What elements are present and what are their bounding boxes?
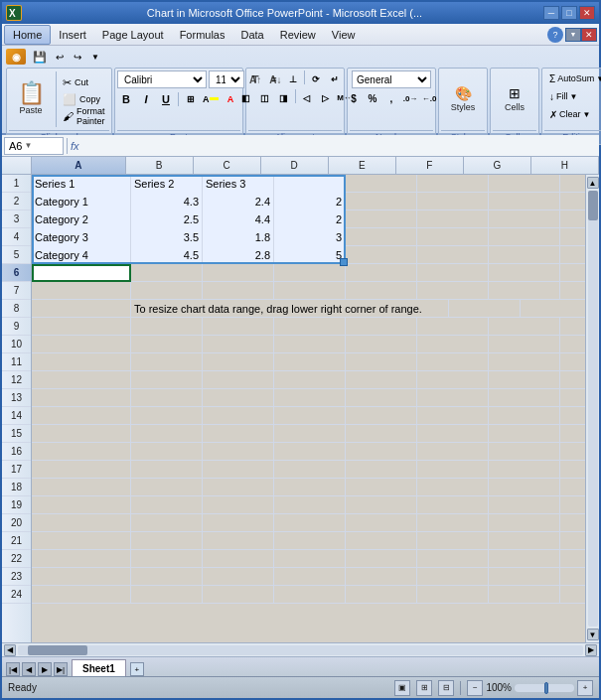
cell-15-F[interactable] [417,425,489,443]
row-num-1[interactable]: 1 [2,175,31,193]
cell-11-F[interactable] [417,353,489,371]
close-button[interactable]: ✕ [579,6,595,20]
cell-21-A[interactable] [32,532,131,550]
quick-redo[interactable]: ↪ [70,49,85,65]
cell-17-E[interactable] [346,461,417,479]
cell-23-D[interactable] [274,568,346,586]
cell-9-D[interactable] [274,318,346,336]
cell-17-D[interactable] [274,461,346,479]
cell-21-C[interactable] [203,532,274,550]
restore-button[interactable]: □ [561,6,577,20]
cell-5-D[interactable]: 5 [274,246,346,264]
cell-20-E[interactable] [346,514,417,532]
cell-9-G[interactable] [489,318,560,336]
cell-6-H[interactable] [560,264,585,282]
row-num-10[interactable]: 10 [2,336,31,353]
cell-18-F[interactable] [417,479,489,496]
row-num-9[interactable]: 9 [2,318,31,336]
vertical-scrollbar[interactable]: ▲ ▼ [585,175,599,642]
cell-24-H[interactable] [560,586,585,604]
cell-10-F[interactable] [417,336,489,353]
cell-8-C[interactable] [449,300,521,318]
cell-23-E[interactable] [346,568,417,586]
increase-decimal-button[interactable]: .0→ [401,90,419,107]
align-left-button[interactable]: ◧ [237,89,255,106]
cell-6-C[interactable] [203,264,274,282]
scroll-left-button[interactable]: ◀ [4,644,16,656]
row-num-19[interactable]: 19 [2,496,31,514]
cell-2-H[interactable] [560,193,585,210]
cell-24-E[interactable] [346,586,417,604]
row-num-22[interactable]: 22 [2,550,31,568]
menu-insert[interactable]: Insert [51,25,94,45]
minimize-button[interactable]: ─ [543,6,559,20]
page-layout-view-button[interactable]: ⊞ [416,680,432,696]
cell-11-C[interactable] [203,353,274,371]
cell-11-A[interactable] [32,353,131,371]
cell-19-E[interactable] [346,496,417,514]
cell-15-A[interactable] [32,425,131,443]
cell-15-H[interactable] [560,425,585,443]
cell-23-G[interactable] [489,568,560,586]
scroll-right-button[interactable]: ▶ [585,644,597,656]
cell-7-F[interactable] [417,282,489,300]
indent-decrease-button[interactable]: ◁ [298,89,316,106]
cell-17-B[interactable] [131,461,203,479]
cell-20-A[interactable] [32,514,131,532]
menu-home[interactable]: Home [4,25,51,45]
row-num-2[interactable]: 2 [2,193,31,210]
sheet-tab-sheet1[interactable]: Sheet1 [72,659,126,676]
align-center-button[interactable]: ◫ [256,89,274,106]
cell-22-C[interactable] [203,550,274,568]
cell-2-B[interactable]: 4.3 [131,193,203,210]
cell-6-D[interactable] [274,264,346,282]
cell-6-E[interactable] [346,264,417,282]
h-scroll-track[interactable] [18,645,583,655]
office-button[interactable]: ◉ [6,49,26,65]
zoom-out-button[interactable]: − [467,680,483,696]
col-header-a[interactable]: A [32,157,126,174]
menu-formulas[interactable]: Formulas [172,25,233,45]
col-header-b[interactable]: B [126,157,194,174]
wrap-text-button[interactable]: ↵ [326,70,344,87]
cell-13-C[interactable] [203,389,274,407]
cell-19-C[interactable] [203,496,274,514]
underline-button[interactable]: U [157,90,175,107]
cell-9-E[interactable] [346,318,417,336]
cell-4-E[interactable] [346,228,417,246]
sheet-last-button[interactable]: ▶| [54,662,68,676]
cell-24-B[interactable] [131,586,203,604]
cell-17-C[interactable] [203,461,274,479]
new-sheet-button[interactable]: + [130,662,144,676]
cell-2-D[interactable]: 2 [274,193,346,210]
cell-10-H[interactable] [560,336,585,353]
ribbon-minimize-button[interactable]: ▼ [565,28,581,42]
cell-9-H[interactable] [560,318,585,336]
cell-20-B[interactable] [131,514,203,532]
cell-10-B[interactable] [131,336,203,353]
cell-11-H[interactable] [560,353,585,371]
cell-18-A[interactable] [32,479,131,496]
cell-24-D[interactable] [274,586,346,604]
percent-button[interactable]: % [364,90,381,107]
scroll-up-button[interactable]: ▲ [587,177,599,189]
name-box-arrow[interactable]: ▼ [24,141,32,150]
zoom-slider-track[interactable] [515,684,574,692]
cell-7-C[interactable] [203,282,274,300]
cell-17-G[interactable] [489,461,560,479]
zoom-in-button[interactable]: + [577,680,593,696]
paste-button[interactable]: 📋 Paste [9,70,53,128]
currency-button[interactable]: $ [345,90,363,107]
cell-19-F[interactable] [417,496,489,514]
cell-7-A[interactable] [32,282,131,300]
cell-22-D[interactable] [274,550,346,568]
cell-12-C[interactable] [203,371,274,389]
col-header-e[interactable]: E [329,157,396,174]
cell-21-B[interactable] [131,532,203,550]
sheet-next-button[interactable]: ▶ [38,662,52,676]
cell-14-C[interactable] [203,407,274,425]
cell-21-F[interactable] [417,532,489,550]
col-header-h[interactable]: H [531,157,599,174]
cell-21-D[interactable] [274,532,346,550]
cell-21-H[interactable] [560,532,585,550]
